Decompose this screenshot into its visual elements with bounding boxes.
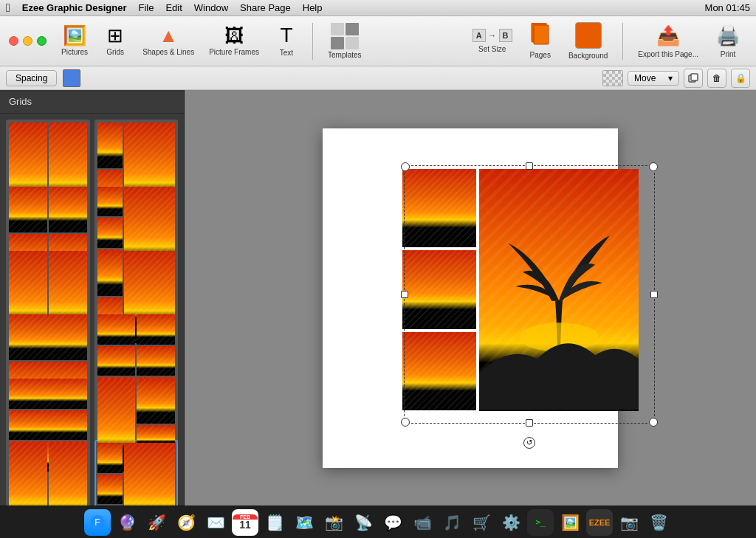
pictures-tool[interactable]: 🖼️ Pictures [55, 23, 94, 59]
background-label: Background [568, 52, 608, 60]
toolbar: 🖼️ Pictures ⊞ Grids ▲ Shapes & Lines 🖼 P… [0, 16, 756, 66]
toolbar-sep-1 [312, 23, 313, 60]
dock-mail[interactable]: ✉️ [202, 509, 229, 536]
move-label: Move [634, 73, 656, 83]
lock-icon: 🔒 [735, 73, 746, 83]
edit-menu[interactable]: Edit [165, 2, 182, 13]
shapes-label: Shapes & Lines [142, 48, 194, 56]
set-size-icon: A → B [472, 29, 512, 42]
menu-bar:  Ezee Graphic Designer File Edit Window… [0, 0, 756, 16]
grids-label: Grids [106, 48, 124, 56]
main-content: Grids [0, 90, 756, 506]
dock-airdrop[interactable]: 📡 [350, 509, 377, 536]
delete-button[interactable]: 🗑 [707, 69, 726, 88]
delete-icon: 🗑 [712, 73, 721, 83]
maximize-button[interactable] [37, 36, 47, 46]
canvas-cell-3 [402, 332, 476, 411]
handle-bot-left[interactable] [401, 418, 410, 427]
text-label: Text [280, 49, 293, 57]
sidebar: Grids [0, 90, 185, 506]
grids-icon: ⊞ [107, 26, 123, 45]
dock-appstore[interactable]: 🛒 [468, 509, 495, 536]
handle-mid-right[interactable] [650, 291, 658, 298]
templates-label: Templates [328, 51, 362, 59]
dock-notes[interactable]: 🗒️ [261, 509, 288, 536]
handle-rotate[interactable]: ↺ [523, 437, 535, 449]
print-label: Print [721, 50, 736, 58]
dock-ezee[interactable]: EZEE [586, 509, 613, 536]
print-icon: 🖨️ [716, 24, 740, 47]
file-menu[interactable]: File [138, 2, 154, 13]
duplicate-button[interactable] [684, 69, 703, 88]
templates-tool[interactable]: Templates [320, 20, 369, 62]
dock-launchpad[interactable]: 🚀 [143, 509, 170, 536]
handle-bot-right[interactable] [649, 418, 658, 427]
picture-frames-icon: 🖼 [224, 26, 244, 45]
pages-icon [530, 23, 551, 48]
dock-facetime[interactable]: 📹 [409, 509, 436, 536]
window-menu[interactable]: Window [194, 2, 228, 13]
move-dropdown[interactable]: Move ▾ [628, 71, 679, 86]
dock: F 🔮 🚀 🧭 ✉️ FEB 11 🗒️ 🗺️ 📸 📡 💬 📹 🎵 🛒 ⚙️ >… [0, 506, 756, 538]
canvas-cell-1 [402, 169, 476, 248]
toolbar-sep-2 [622, 23, 623, 60]
app-name-menu[interactable]: Ezee Graphic Designer [22, 2, 127, 13]
set-size-label: Set Size [478, 45, 506, 53]
dock-photos[interactable]: 📸 [320, 509, 347, 536]
dock-systemprefs[interactable]: ⚙️ [498, 509, 524, 536]
templates-icon [331, 23, 359, 49]
export-tool[interactable]: 📤 Export this Page... [630, 21, 706, 61]
dock-calendar[interactable]: FEB 11 [232, 509, 258, 536]
dock-siri[interactable]: 🔮 [114, 509, 140, 536]
set-size-tool[interactable]: A → B Set Size [465, 26, 520, 56]
dock-terminal[interactable]: >_ [527, 509, 554, 536]
pages-tool[interactable]: Pages [523, 20, 558, 62]
menu-time: Mon 01:45 [705, 2, 750, 13]
minimize-button[interactable] [23, 36, 32, 46]
export-icon: 📤 [656, 24, 680, 47]
background-swatch [575, 22, 602, 49]
dock-music[interactable]: 🎵 [439, 509, 465, 536]
grids-tool[interactable]: ⊞ Grids [97, 23, 134, 59]
shapes-tool[interactable]: ▲ Shapes & Lines [137, 23, 200, 59]
pictures-label: Pictures [61, 48, 88, 56]
dock-photos-2[interactable]: 🖼️ [557, 509, 583, 536]
picture-frames-tool[interactable]: 🖼 Picture Frames [203, 23, 265, 59]
canvas-cell-large [479, 169, 639, 411]
canvas-cell-2 [402, 250, 476, 329]
pages-label: Pages [530, 51, 551, 59]
sidebar-grid [0, 114, 184, 506]
shapes-icon: ▲ [159, 26, 178, 45]
lock-button[interactable]: 🔒 [731, 69, 750, 88]
checkerboard-icon[interactable] [602, 70, 623, 86]
color-swatch[interactable] [63, 69, 80, 87]
share-page-menu[interactable]: Share Page [240, 2, 291, 13]
handle-bot-mid[interactable] [526, 419, 533, 427]
svg-rect-3 [691, 74, 698, 80]
action-bar: Spacing Move ▾ 🗑 🔒 [0, 66, 756, 90]
apple-menu[interactable]:  [6, 1, 10, 15]
canvas-area[interactable]: ↺ [185, 90, 756, 506]
dock-safari[interactable]: 🧭 [173, 509, 199, 536]
text-tool[interactable]: T Text [268, 22, 305, 60]
dock-finder[interactable]: F [84, 509, 111, 536]
print-tool[interactable]: 🖨️ Print [709, 21, 747, 61]
background-tool[interactable]: Background [561, 19, 615, 63]
dock-maps[interactable]: 🗺️ [291, 509, 317, 536]
help-menu[interactable]: Help [303, 2, 323, 13]
picture-frames-label: Picture Frames [209, 48, 259, 56]
svg-text:F: F [94, 517, 100, 528]
close-button[interactable] [9, 36, 18, 46]
dock-photos-browser[interactable]: 📷 [616, 509, 642, 536]
export-label: Export this Page... [638, 50, 698, 58]
handle-top-right[interactable] [649, 162, 658, 171]
sidebar-header: Grids [0, 90, 184, 114]
dock-messages[interactable]: 💬 [379, 509, 406, 536]
spacing-button[interactable]: Spacing [6, 70, 57, 86]
dock-trash[interactable]: 🗑️ [645, 509, 672, 536]
canvas-grid [402, 169, 639, 411]
dropdown-arrow: ▾ [668, 73, 673, 83]
action-right: Move ▾ 🗑 🔒 [602, 69, 750, 88]
svg-rect-1 [534, 25, 549, 44]
list-item[interactable] [94, 440, 179, 506]
